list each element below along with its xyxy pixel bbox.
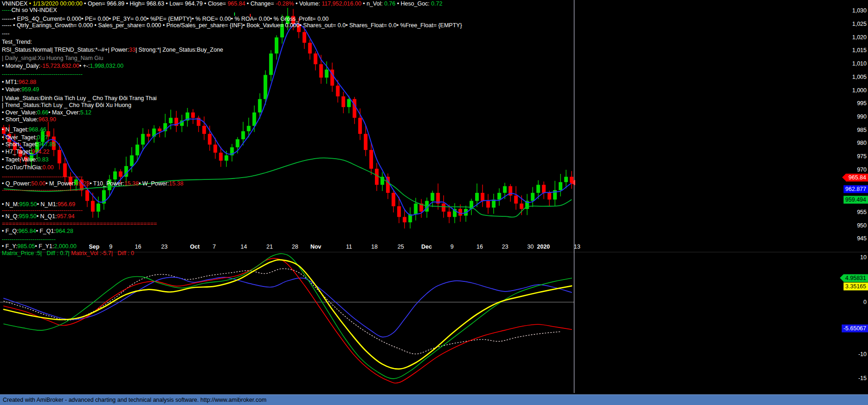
price-axis-tick-950: 950 bbox=[857, 222, 867, 229]
indicator-red-line bbox=[4, 258, 572, 383]
date-axis-label-30: 30 bbox=[527, 244, 534, 250]
overlay-text-segment: • N_M1: bbox=[37, 201, 58, 208]
overlay-text-segment: • T10_Power: bbox=[90, 180, 124, 187]
candle-body bbox=[91, 201, 95, 212]
overlay-text-line-13: | Trend_Status:Tich Luy _ Cho Thay Đôi X… bbox=[2, 102, 132, 108]
indicator-axis-tick--10: -10 bbox=[858, 351, 867, 357]
overlay-text-line-14: • Over_Value:0.66• Max_Over:5.12 bbox=[2, 109, 91, 116]
overlay-text-segment: ----------------------------------------… bbox=[2, 173, 83, 180]
candle-body bbox=[481, 193, 484, 201]
overlay-text-segment: • Value: bbox=[2, 86, 21, 93]
overlay-text-segment: 0.76 bbox=[384, 0, 397, 7]
overlay-text-segment: • F_Q1: bbox=[36, 228, 56, 234]
overlay-text-segment: 974.22 bbox=[32, 149, 49, 155]
candle-body bbox=[497, 193, 501, 200]
overlay-text-segment: • Volume: bbox=[295, 0, 322, 7]
overlay-text-segment: ----------------------------------------… bbox=[2, 71, 83, 77]
price-axis-tick-1,010: 1,010 bbox=[852, 60, 867, 67]
candle-body bbox=[236, 139, 240, 147]
overlay-text-segment: 968.46 bbox=[29, 126, 46, 133]
candle-body bbox=[353, 99, 356, 118]
candle-body bbox=[336, 86, 340, 96]
candle-body bbox=[241, 131, 245, 139]
candle-body bbox=[458, 209, 462, 216]
overlay-text-line-28: ========================================… bbox=[2, 220, 157, 227]
overlay-text-segment: • Over_Taget: bbox=[2, 134, 37, 141]
candle-body bbox=[208, 134, 211, 144]
candle-body bbox=[258, 99, 262, 113]
overlay-text-line-26: ----------------------------------------… bbox=[2, 207, 83, 214]
candle-body bbox=[414, 203, 417, 214]
overlay-text-line-22: ----------------------------------------… bbox=[2, 173, 83, 180]
crosshair-cursor-line[interactable] bbox=[574, 0, 574, 393]
status-bar-text: Created with AmiBroker - advanced charti… bbox=[3, 397, 266, 403]
candle-body bbox=[264, 75, 267, 99]
overlay-text-segment: ========================================… bbox=[2, 220, 157, 227]
price-axis-tick-1,005: 1,005 bbox=[852, 74, 867, 80]
candle-body bbox=[247, 126, 251, 131]
value-line-green bbox=[4, 158, 572, 217]
overlay-text-segment: • W_Power: bbox=[139, 180, 169, 187]
overlay-text-segment: • H7_Taget: bbox=[2, 149, 32, 155]
overlay-text-segment: 117,952,016.00 bbox=[322, 0, 363, 7]
candle-body bbox=[213, 145, 217, 153]
overlay-text-segment: Diff : 0 bbox=[113, 250, 134, 256]
overlay-text-segment: 50.00 bbox=[31, 180, 45, 187]
date-axis-label-nov: Nov bbox=[310, 244, 321, 250]
overlay-text-segment: Test_Trend: bbox=[2, 39, 32, 45]
date-axis-label-9: 9 bbox=[109, 244, 113, 250]
candle-body bbox=[548, 193, 551, 200]
overlay-text-segment: • N_Q: bbox=[2, 213, 19, 220]
overlay-text-line-21: • CoTuc/ThiGia:0.00 bbox=[2, 164, 54, 171]
candle-body bbox=[486, 201, 490, 208]
overlay-text-segment: | Trend_Status:Tich Luy _ Cho Thay Đôi X… bbox=[2, 102, 132, 108]
overlay-text-segment: • Q_Power: bbox=[2, 180, 31, 187]
amibroker-chart-window: VNINDEX • 1/13/2020 00:00:00 • Open= 966… bbox=[0, 0, 868, 405]
overlay-text-segment: -0.28% bbox=[276, 0, 295, 7]
overlay-text-segment: 959.50 bbox=[19, 201, 37, 208]
overlay-text-segment: 964.28 bbox=[55, 228, 73, 234]
candle-body bbox=[119, 172, 122, 177]
overlay-text-segment: ----- bbox=[2, 7, 12, 13]
price-axis-value-badge: 959.494 bbox=[844, 196, 868, 204]
indicator-axis-value-badge: -5.65067 bbox=[842, 325, 868, 333]
overlay-text-segment: 33 bbox=[129, 47, 135, 53]
candle-body bbox=[253, 113, 256, 126]
overlay-text-segment: • 1/13/2020 00:00:00 bbox=[29, 0, 84, 7]
candle-body bbox=[147, 134, 151, 137]
overlay-text-segment: • Short_Taget: bbox=[2, 141, 38, 148]
date-axis-label-28: 28 bbox=[292, 244, 298, 250]
candle-body bbox=[514, 196, 518, 203]
overlay-text-segment: 0.00 bbox=[42, 164, 54, 171]
price-axis-value-badge: 962.877 bbox=[844, 185, 868, 193]
candle-body bbox=[342, 96, 345, 107]
overlay-text-segment: ----- • Qtrly_Earings_Growth= 0.000 • Sa… bbox=[2, 22, 462, 29]
date-axis-label-25: 25 bbox=[398, 244, 404, 250]
overlay-text-line-31: • F_Y:985.05• F_Y1:2,000.00 bbox=[2, 243, 77, 250]
overlay-text-segment: 985.05 bbox=[18, 243, 35, 250]
candle-body bbox=[158, 129, 162, 131]
candle-body bbox=[58, 150, 61, 163]
candle-body bbox=[308, 43, 312, 54]
overlay-text-line-32: Matrix_Price :5| Diff : 0.7| Matrix_Vol … bbox=[2, 250, 134, 256]
date-axis-label-16: 16 bbox=[135, 244, 141, 250]
overlay-text-segment: ------• EPS_4Q_Current= 0.000• PE= 0.00•… bbox=[2, 16, 329, 22]
overlay-text-segment: 965.84 bbox=[228, 0, 247, 7]
chart-canvas[interactable] bbox=[0, 0, 868, 405]
candle-body bbox=[520, 203, 524, 209]
overlay-text-segment: | Strong:*| Zone_Status:Buy_Zone bbox=[135, 47, 223, 53]
candle-body bbox=[269, 54, 273, 75]
overlay-text-line-16: • N_Taget:968.46 bbox=[2, 126, 46, 133]
overlay-text-segment: 965.84 bbox=[18, 228, 36, 234]
status-bar-divider bbox=[240, 396, 240, 404]
overlay-text-segment: • F_Q: bbox=[2, 228, 18, 234]
overlay-text-segment: Chi so VN-INDEX bbox=[12, 7, 57, 13]
candle-body bbox=[202, 126, 206, 134]
overlay-text-line-24: ----------------------------------------… bbox=[2, 187, 83, 193]
badge-arrow-icon bbox=[840, 274, 844, 282]
candle-body bbox=[219, 153, 223, 161]
indicator-axis-tick-0: 0 bbox=[863, 299, 867, 305]
overlay-text-segment: | Value_Status:Đinh Gia Tich Luy _ Cho T… bbox=[2, 95, 157, 101]
overlay-text-segment: 959.49 bbox=[21, 86, 39, 93]
overlay-text-segment: • N_Q1: bbox=[36, 213, 57, 220]
